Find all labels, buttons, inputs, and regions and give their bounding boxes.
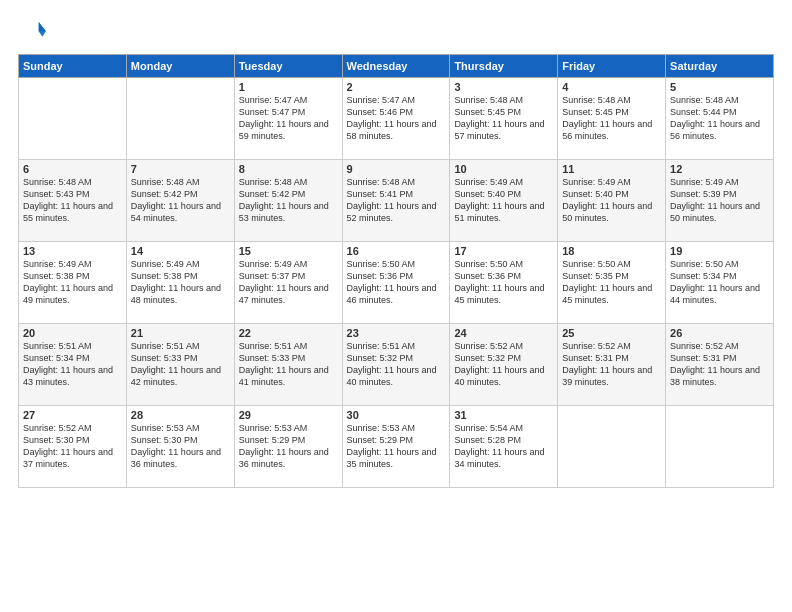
day-number: 6 — [23, 163, 122, 175]
day-info: Sunrise: 5:52 AM Sunset: 5:32 PM Dayligh… — [454, 340, 553, 389]
calendar: SundayMondayTuesdayWednesdayThursdayFrid… — [18, 54, 774, 488]
day-number: 29 — [239, 409, 338, 421]
day-cell: 9Sunrise: 5:48 AM Sunset: 5:41 PM Daylig… — [342, 160, 450, 242]
day-number: 30 — [347, 409, 446, 421]
weekday-header-friday: Friday — [558, 55, 666, 78]
svg-marker-0 — [39, 22, 46, 31]
day-number: 15 — [239, 245, 338, 257]
day-info: Sunrise: 5:49 AM Sunset: 5:37 PM Dayligh… — [239, 258, 338, 307]
week-row-1: 1Sunrise: 5:47 AM Sunset: 5:47 PM Daylig… — [19, 78, 774, 160]
weekday-header-monday: Monday — [126, 55, 234, 78]
day-number: 17 — [454, 245, 553, 257]
day-number: 11 — [562, 163, 661, 175]
day-number: 9 — [347, 163, 446, 175]
weekday-header-thursday: Thursday — [450, 55, 558, 78]
day-cell: 12Sunrise: 5:49 AM Sunset: 5:39 PM Dayli… — [666, 160, 774, 242]
day-cell: 31Sunrise: 5:54 AM Sunset: 5:28 PM Dayli… — [450, 406, 558, 488]
day-number: 18 — [562, 245, 661, 257]
day-number: 25 — [562, 327, 661, 339]
day-cell: 25Sunrise: 5:52 AM Sunset: 5:31 PM Dayli… — [558, 324, 666, 406]
day-cell: 30Sunrise: 5:53 AM Sunset: 5:29 PM Dayli… — [342, 406, 450, 488]
day-number: 19 — [670, 245, 769, 257]
logo-icon — [18, 18, 46, 46]
day-cell: 15Sunrise: 5:49 AM Sunset: 5:37 PM Dayli… — [234, 242, 342, 324]
day-number: 21 — [131, 327, 230, 339]
day-info: Sunrise: 5:52 AM Sunset: 5:30 PM Dayligh… — [23, 422, 122, 471]
day-cell — [558, 406, 666, 488]
day-info: Sunrise: 5:51 AM Sunset: 5:33 PM Dayligh… — [131, 340, 230, 389]
day-number: 2 — [347, 81, 446, 93]
week-row-3: 13Sunrise: 5:49 AM Sunset: 5:38 PM Dayli… — [19, 242, 774, 324]
day-number: 8 — [239, 163, 338, 175]
day-cell: 17Sunrise: 5:50 AM Sunset: 5:36 PM Dayli… — [450, 242, 558, 324]
day-number: 20 — [23, 327, 122, 339]
day-info: Sunrise: 5:52 AM Sunset: 5:31 PM Dayligh… — [562, 340, 661, 389]
day-cell: 8Sunrise: 5:48 AM Sunset: 5:42 PM Daylig… — [234, 160, 342, 242]
day-cell: 1Sunrise: 5:47 AM Sunset: 5:47 PM Daylig… — [234, 78, 342, 160]
svg-marker-1 — [39, 31, 46, 37]
logo — [18, 18, 50, 46]
day-number: 27 — [23, 409, 122, 421]
day-info: Sunrise: 5:48 AM Sunset: 5:41 PM Dayligh… — [347, 176, 446, 225]
week-row-4: 20Sunrise: 5:51 AM Sunset: 5:34 PM Dayli… — [19, 324, 774, 406]
day-cell: 27Sunrise: 5:52 AM Sunset: 5:30 PM Dayli… — [19, 406, 127, 488]
weekday-header-tuesday: Tuesday — [234, 55, 342, 78]
day-info: Sunrise: 5:50 AM Sunset: 5:35 PM Dayligh… — [562, 258, 661, 307]
day-number: 28 — [131, 409, 230, 421]
day-info: Sunrise: 5:48 AM Sunset: 5:43 PM Dayligh… — [23, 176, 122, 225]
day-number: 24 — [454, 327, 553, 339]
week-row-2: 6Sunrise: 5:48 AM Sunset: 5:43 PM Daylig… — [19, 160, 774, 242]
day-info: Sunrise: 5:53 AM Sunset: 5:29 PM Dayligh… — [239, 422, 338, 471]
day-info: Sunrise: 5:49 AM Sunset: 5:38 PM Dayligh… — [131, 258, 230, 307]
day-info: Sunrise: 5:50 AM Sunset: 5:34 PM Dayligh… — [670, 258, 769, 307]
day-cell: 20Sunrise: 5:51 AM Sunset: 5:34 PM Dayli… — [19, 324, 127, 406]
day-info: Sunrise: 5:50 AM Sunset: 5:36 PM Dayligh… — [454, 258, 553, 307]
day-info: Sunrise: 5:48 AM Sunset: 5:45 PM Dayligh… — [562, 94, 661, 143]
day-info: Sunrise: 5:48 AM Sunset: 5:42 PM Dayligh… — [239, 176, 338, 225]
day-info: Sunrise: 5:49 AM Sunset: 5:39 PM Dayligh… — [670, 176, 769, 225]
day-cell: 13Sunrise: 5:49 AM Sunset: 5:38 PM Dayli… — [19, 242, 127, 324]
day-cell: 14Sunrise: 5:49 AM Sunset: 5:38 PM Dayli… — [126, 242, 234, 324]
day-cell: 24Sunrise: 5:52 AM Sunset: 5:32 PM Dayli… — [450, 324, 558, 406]
day-info: Sunrise: 5:50 AM Sunset: 5:36 PM Dayligh… — [347, 258, 446, 307]
weekday-header-row: SundayMondayTuesdayWednesdayThursdayFrid… — [19, 55, 774, 78]
day-info: Sunrise: 5:52 AM Sunset: 5:31 PM Dayligh… — [670, 340, 769, 389]
weekday-header-saturday: Saturday — [666, 55, 774, 78]
day-info: Sunrise: 5:53 AM Sunset: 5:30 PM Dayligh… — [131, 422, 230, 471]
day-number: 3 — [454, 81, 553, 93]
day-cell: 22Sunrise: 5:51 AM Sunset: 5:33 PM Dayli… — [234, 324, 342, 406]
day-cell: 23Sunrise: 5:51 AM Sunset: 5:32 PM Dayli… — [342, 324, 450, 406]
day-cell: 11Sunrise: 5:49 AM Sunset: 5:40 PM Dayli… — [558, 160, 666, 242]
page: SundayMondayTuesdayWednesdayThursdayFrid… — [0, 0, 792, 612]
day-cell: 5Sunrise: 5:48 AM Sunset: 5:44 PM Daylig… — [666, 78, 774, 160]
day-info: Sunrise: 5:47 AM Sunset: 5:46 PM Dayligh… — [347, 94, 446, 143]
day-number: 26 — [670, 327, 769, 339]
day-info: Sunrise: 5:51 AM Sunset: 5:32 PM Dayligh… — [347, 340, 446, 389]
day-cell: 4Sunrise: 5:48 AM Sunset: 5:45 PM Daylig… — [558, 78, 666, 160]
day-number: 14 — [131, 245, 230, 257]
day-number: 22 — [239, 327, 338, 339]
day-number: 23 — [347, 327, 446, 339]
day-info: Sunrise: 5:53 AM Sunset: 5:29 PM Dayligh… — [347, 422, 446, 471]
day-info: Sunrise: 5:49 AM Sunset: 5:40 PM Dayligh… — [562, 176, 661, 225]
day-cell: 28Sunrise: 5:53 AM Sunset: 5:30 PM Dayli… — [126, 406, 234, 488]
day-number: 5 — [670, 81, 769, 93]
day-info: Sunrise: 5:48 AM Sunset: 5:45 PM Dayligh… — [454, 94, 553, 143]
day-cell: 18Sunrise: 5:50 AM Sunset: 5:35 PM Dayli… — [558, 242, 666, 324]
day-info: Sunrise: 5:54 AM Sunset: 5:28 PM Dayligh… — [454, 422, 553, 471]
day-number: 10 — [454, 163, 553, 175]
day-number: 31 — [454, 409, 553, 421]
day-cell: 21Sunrise: 5:51 AM Sunset: 5:33 PM Dayli… — [126, 324, 234, 406]
day-info: Sunrise: 5:51 AM Sunset: 5:34 PM Dayligh… — [23, 340, 122, 389]
day-cell: 29Sunrise: 5:53 AM Sunset: 5:29 PM Dayli… — [234, 406, 342, 488]
day-info: Sunrise: 5:49 AM Sunset: 5:40 PM Dayligh… — [454, 176, 553, 225]
day-cell: 3Sunrise: 5:48 AM Sunset: 5:45 PM Daylig… — [450, 78, 558, 160]
day-cell: 6Sunrise: 5:48 AM Sunset: 5:43 PM Daylig… — [19, 160, 127, 242]
day-cell: 7Sunrise: 5:48 AM Sunset: 5:42 PM Daylig… — [126, 160, 234, 242]
header — [18, 18, 774, 46]
day-info: Sunrise: 5:47 AM Sunset: 5:47 PM Dayligh… — [239, 94, 338, 143]
day-info: Sunrise: 5:48 AM Sunset: 5:44 PM Dayligh… — [670, 94, 769, 143]
day-number: 4 — [562, 81, 661, 93]
day-number: 12 — [670, 163, 769, 175]
week-row-5: 27Sunrise: 5:52 AM Sunset: 5:30 PM Dayli… — [19, 406, 774, 488]
